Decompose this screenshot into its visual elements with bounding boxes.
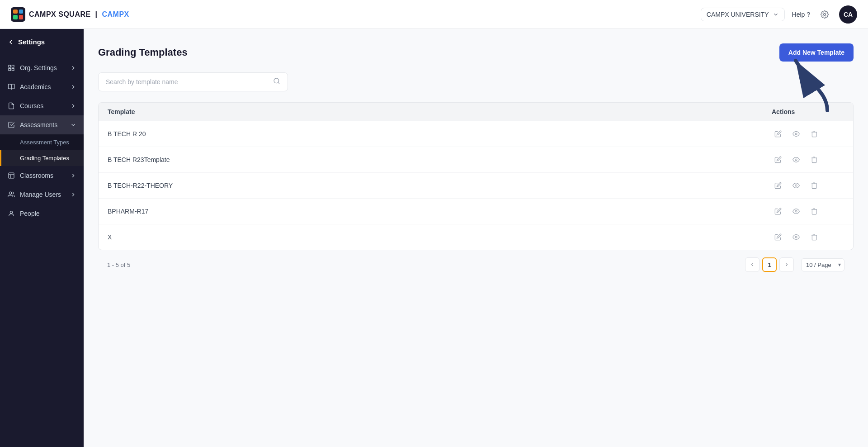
svg-point-8: [9, 192, 11, 194]
table-row: B TECH-R22-THEORY: [99, 173, 853, 199]
arrow-left-icon: [7, 38, 14, 46]
sidebar-item-grading-templates[interactable]: Grading Templates: [0, 150, 84, 166]
table-row: X: [99, 224, 853, 250]
edit-icon: [774, 156, 782, 163]
assessments-sub-items: Assessment Types Grading Templates: [0, 134, 84, 166]
sidebar-item-classrooms[interactable]: Classrooms: [0, 166, 84, 185]
pagination-summary: 1 - 5 of 5: [107, 262, 130, 268]
svg-point-14: [795, 159, 797, 161]
sidebar-item-people[interactable]: People: [0, 204, 84, 223]
search-input[interactable]: [106, 78, 269, 86]
edit-button[interactable]: [772, 205, 784, 218]
gear-button[interactable]: [817, 7, 832, 22]
sidebar-item-assessment-types[interactable]: Assessment Types: [0, 134, 84, 150]
sidebar: Settings Org. Settings Academ: [0, 29, 84, 447]
edit-button[interactable]: [772, 231, 784, 243]
svg-point-0: [824, 13, 826, 15]
template-name: X: [108, 233, 772, 241]
template-name: B TECH R 20: [108, 130, 772, 138]
sidebar-back-label: Settings: [18, 38, 45, 46]
main-content: Grading Templates Add New Template Templ…: [84, 29, 868, 447]
delete-button[interactable]: [808, 179, 821, 192]
chevron-down-icon: [70, 122, 76, 128]
table-row: BPHARM-R17: [99, 199, 853, 224]
search-icon: [273, 77, 280, 86]
trash-icon: [811, 156, 818, 163]
action-icons: [772, 153, 844, 166]
delete-button[interactable]: [808, 153, 821, 166]
view-button[interactable]: [790, 231, 802, 243]
edit-icon: [774, 233, 782, 241]
chevron-right-icon: [70, 65, 76, 71]
assessments-icon: [7, 121, 15, 129]
chevron-right-icon: [70, 172, 76, 179]
delete-button[interactable]: [808, 231, 821, 243]
svg-rect-5: [9, 173, 14, 178]
svg-point-17: [795, 236, 797, 238]
university-name: CAMPX UNIVERSITY: [707, 11, 769, 18]
column-header-actions: Actions: [772, 108, 844, 115]
view-button[interactable]: [790, 205, 802, 218]
org-settings-icon: [7, 64, 15, 72]
pagination-controls: 1: [745, 257, 794, 272]
academics-icon: [7, 83, 15, 91]
logo-grid-icon: [11, 7, 25, 22]
search-container: [98, 72, 288, 91]
avatar[interactable]: CA: [839, 5, 857, 24]
svg-rect-3: [9, 68, 11, 71]
sidebar-item-courses[interactable]: Courses: [0, 96, 84, 115]
page-header: Grading Templates Add New Template: [98, 43, 854, 62]
sidebar-item-label-courses: Courses: [20, 102, 43, 109]
svg-point-15: [795, 185, 797, 186]
eye-icon: [793, 130, 800, 138]
chevron-left-icon: [750, 262, 755, 267]
sidebar-item-label-academics: Academics: [20, 83, 51, 90]
people-icon: [7, 209, 15, 218]
sidebar-item-label-classrooms: Classrooms: [20, 172, 53, 179]
per-page-selector[interactable]: 10 / Page 25 / Page 50 / Page: [801, 258, 844, 271]
sidebar-back-button[interactable]: Settings: [0, 29, 84, 55]
svg-point-11: [274, 78, 279, 83]
sidebar-item-assessments[interactable]: Assessments: [0, 115, 84, 134]
sidebar-item-label-org: Org. Settings: [20, 64, 57, 71]
sidebar-item-label-manage-users: Manage Users: [20, 191, 61, 198]
chevron-down-icon: [773, 11, 779, 18]
eye-icon: [793, 182, 800, 189]
svg-line-12: [278, 82, 279, 84]
add-new-template-button[interactable]: Add New Template: [779, 43, 854, 62]
trash-icon: [811, 182, 818, 189]
sidebar-item-manage-users[interactable]: Manage Users: [0, 185, 84, 204]
edit-icon: [774, 182, 782, 189]
edit-icon: [774, 208, 782, 215]
svg-rect-4: [12, 68, 14, 71]
sidebar-item-org-settings[interactable]: Org. Settings: [0, 58, 84, 77]
edit-button[interactable]: [772, 128, 784, 140]
eye-icon: [793, 208, 800, 215]
delete-button[interactable]: [808, 128, 821, 140]
university-selector[interactable]: CAMPX UNIVERSITY: [701, 8, 785, 21]
header-left: CAMPX SQUARE | CAMPX: [11, 7, 129, 22]
eye-icon: [793, 156, 800, 163]
sidebar-item-label-people: People: [20, 210, 40, 217]
trash-icon: [811, 130, 818, 138]
view-button[interactable]: [790, 179, 802, 192]
table-row: B TECH R23Template: [99, 147, 853, 173]
svg-rect-1: [9, 65, 11, 67]
edit-button[interactable]: [772, 179, 784, 192]
header-right: CAMPX UNIVERSITY Help ? CA: [701, 5, 857, 24]
view-button[interactable]: [790, 153, 802, 166]
per-page-select[interactable]: 10 / Page 25 / Page 50 / Page: [801, 258, 844, 271]
edit-button[interactable]: [772, 153, 784, 166]
view-button[interactable]: [790, 128, 802, 140]
help-button[interactable]: Help ?: [792, 11, 810, 18]
action-icons: [772, 128, 844, 140]
edit-icon: [774, 130, 782, 138]
next-page-button[interactable]: [779, 257, 794, 272]
template-name: B TECH-R22-THEORY: [108, 182, 772, 189]
chevron-right-icon: [70, 103, 76, 109]
trash-icon: [811, 233, 818, 241]
page-1-button[interactable]: 1: [762, 257, 777, 272]
prev-page-button[interactable]: [745, 257, 760, 272]
delete-button[interactable]: [808, 205, 821, 218]
sidebar-item-academics[interactable]: Academics: [0, 77, 84, 96]
